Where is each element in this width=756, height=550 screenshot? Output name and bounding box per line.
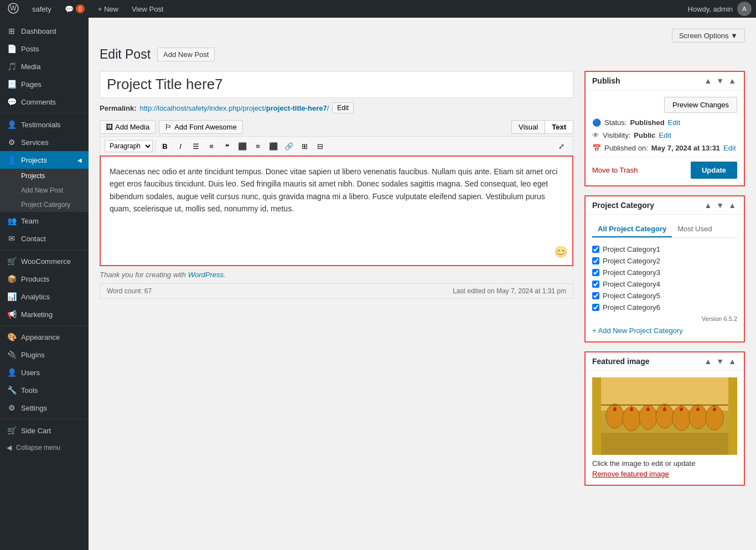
visual-tab[interactable]: Visual (511, 120, 545, 134)
featured-toggle[interactable]: ▲ (727, 357, 737, 366)
move-to-trash-link[interactable]: Move to Trash (592, 166, 638, 174)
sidebar-item-users[interactable]: 👤 Users (0, 364, 89, 381)
sidebar-item-projects[interactable]: 👤 Projects ◀ (0, 151, 89, 169)
align-right-button[interactable]: ⬛ (266, 139, 281, 153)
unordered-list-button[interactable]: ☰ (189, 139, 203, 153)
cat2-checkbox[interactable] (592, 257, 599, 264)
sidebar-item-team[interactable]: 👥 Team (0, 212, 89, 230)
svg-rect-26 (601, 433, 728, 455)
cat-box-down[interactable]: ▼ (715, 201, 725, 210)
emoji-button[interactable]: 😊 (554, 243, 568, 261)
sidebar-label-products: Products (21, 275, 49, 283)
align-center-button[interactable]: ≡ (251, 139, 265, 153)
sidebar-item-products[interactable]: 📦 Products (0, 270, 89, 288)
site-name[interactable]: safety (29, 5, 55, 13)
bold-button[interactable]: B (158, 139, 172, 153)
add-media-label: Add Media (115, 123, 149, 131)
grid-button[interactable]: ⊟ (313, 139, 327, 153)
permalink-link[interactable]: http://localhost/safety/index.php/projec… (139, 104, 329, 112)
publish-status-edit[interactable]: Edit (668, 118, 680, 127)
sidebar-item-marketing[interactable]: 📢 Marketing (0, 305, 89, 323)
featured-up[interactable]: ▲ (703, 357, 713, 366)
comments-link[interactable]: 💬 0 (61, 4, 88, 13)
add-font-awesome-button[interactable]: 🏳 Add Font Awesome (159, 120, 243, 134)
table-button[interactable]: ⊞ (297, 139, 312, 153)
sidebar-item-comments[interactable]: 💬 Comments (0, 93, 89, 111)
featured-down[interactable]: ▼ (715, 357, 725, 366)
sidebar-label-testimonials: Testimonials (21, 121, 61, 129)
permalink-row: Permalink: http://localhost/safety/index… (100, 102, 573, 113)
sidebar-item-posts[interactable]: 📄 Posts (0, 40, 89, 58)
cat3-label: Project Category3 (603, 268, 660, 277)
sidebar-item-pages[interactable]: 📃 Pages (0, 75, 89, 93)
svg-point-19 (613, 408, 617, 411)
add-new-post-button[interactable]: Add New Post (157, 48, 215, 61)
editor-content[interactable]: Maecenas nec odio et ante tincidunt temp… (100, 155, 573, 266)
publish-collapse-up[interactable]: ▲ (703, 76, 713, 85)
sidebar-item-dashboard[interactable]: ⊞ Dashboard (0, 22, 89, 40)
avatar[interactable]: A (737, 2, 752, 16)
add-new-category-link[interactable]: + Add New Project Category (592, 326, 683, 335)
text-tab[interactable]: Text (545, 120, 573, 134)
screen-options-bar: Screen Options ▼ (100, 29, 745, 43)
sidebar-item-woocommerce[interactable]: 🛒 WooCommerce (0, 252, 89, 270)
add-media-icon: 🖼 (106, 123, 113, 131)
new-content-link[interactable]: + New (95, 5, 122, 13)
publish-visibility-edit[interactable]: Edit (659, 131, 671, 139)
tab-most-used[interactable]: Most Used (672, 221, 717, 237)
update-button[interactable]: Update (691, 162, 737, 179)
remove-featured-image-link[interactable]: Remove featured image (592, 470, 669, 478)
paragraph-select[interactable]: Paragraph (105, 140, 153, 152)
blockquote-button[interactable]: ❝ (220, 139, 234, 153)
cat4-checkbox[interactable] (592, 281, 599, 288)
align-left-button[interactable]: ⬛ (235, 139, 250, 153)
wp-logo[interactable]: W (4, 3, 22, 15)
fullscreen-button[interactable]: ⤢ (554, 139, 568, 153)
wp-credit-text: Thank you for creating with (100, 271, 186, 279)
add-media-button[interactable]: 🖼 Add Media (100, 120, 156, 134)
publish-visibility-label: Visibility: (603, 131, 630, 139)
cat6-checkbox[interactable] (592, 304, 599, 311)
collapse-menu[interactable]: ◀ Collapse menu (0, 439, 89, 456)
sidebar-item-plugins[interactable]: 🔌 Plugins (0, 346, 89, 364)
publish-collapse-toggle[interactable]: ▲ (727, 76, 737, 85)
tools-icon: 🔧 (7, 386, 17, 395)
published-on-edit[interactable]: Edit (723, 144, 736, 152)
cat-box-toggle[interactable]: ▲ (727, 201, 737, 210)
sidebar-item-analytics[interactable]: 📊 Analytics (0, 288, 89, 305)
screen-options-button[interactable]: Screen Options ▼ (672, 29, 745, 43)
cat5-checkbox[interactable] (592, 292, 599, 299)
submenu-project-category[interactable]: Project Category (0, 198, 89, 212)
contact-icon: ✉ (7, 234, 17, 243)
sidebar-item-side-cart[interactable]: 🛒 Side Cart (0, 422, 89, 439)
edit-slug-button[interactable]: Edit (332, 102, 354, 113)
submenu-projects[interactable]: Projects (0, 169, 89, 183)
publish-collapse-down[interactable]: ▼ (715, 76, 725, 85)
preview-changes-button[interactable]: Preview Changes (664, 97, 737, 113)
marketing-icon: 📢 (7, 310, 17, 319)
cat6-label: Project Category6 (603, 303, 660, 312)
wordpress-link[interactable]: WordPress (188, 271, 224, 279)
sidebar-label-contact: Contact (21, 235, 46, 243)
view-post-link[interactable]: View Post (128, 5, 167, 13)
cat3-checkbox[interactable] (592, 269, 599, 276)
publish-actions: Preview Changes (592, 97, 737, 113)
sidebar-item-services[interactable]: ⚙ Services (0, 133, 89, 151)
italic-button[interactable]: I (173, 139, 188, 153)
sidebar-item-tools[interactable]: 🔧 Tools (0, 381, 89, 399)
featured-image-thumbnail[interactable] (592, 377, 737, 455)
cat1-checkbox[interactable] (592, 246, 599, 253)
sidebar-item-contact[interactable]: ✉ Contact (0, 230, 89, 247)
comment-icon: 💬 (65, 5, 74, 13)
sidebar-item-appearance[interactable]: 🎨 Appearance (0, 328, 89, 346)
sidebar-item-testimonials[interactable]: 👤 Testimonials (0, 116, 89, 133)
sidebar-item-media[interactable]: 🎵 Media (0, 58, 89, 75)
submenu-add-new-post[interactable]: Add New Post (0, 183, 89, 198)
sidebar-item-settings[interactable]: ⚙ Settings (0, 399, 89, 417)
published-on-label: Published on: (604, 144, 648, 152)
post-title-input[interactable] (100, 71, 573, 98)
link-button[interactable]: 🔗 (282, 139, 296, 153)
cat-box-up[interactable]: ▲ (703, 201, 713, 210)
ordered-list-button[interactable]: ≡ (204, 139, 219, 153)
tab-all-categories[interactable]: All Project Category (592, 221, 672, 237)
